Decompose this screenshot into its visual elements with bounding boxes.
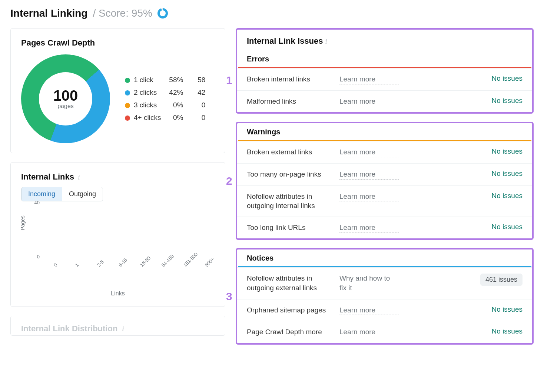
learn-more-link[interactable]: Learn more — [339, 147, 399, 157]
legend-count: 42 — [190, 86, 213, 99]
issue-name: Orphaned sitemap pages — [247, 305, 332, 315]
bar-label: 1 — [74, 262, 80, 268]
bar-label: 151-500 — [182, 251, 199, 268]
issue-name: Page Crawl Depth more — [247, 327, 332, 337]
issue-row: Orphaned sitemap pagesLearn moreNo issue… — [237, 299, 532, 321]
legend-pct: 0% — [168, 111, 190, 124]
section-title: Warnings — [237, 123, 532, 140]
section-title: Errors — [237, 50, 532, 67]
crawl-depth-donut: 100 pages — [21, 54, 110, 143]
distribution-title: Internal Link Distribution — [21, 324, 117, 333]
bar-label: 500+ — [204, 256, 215, 268]
score-ring-icon — [157, 8, 168, 19]
issue-name: Nofollow attributes in outgoing internal… — [247, 192, 332, 211]
issue-status: No issues — [406, 74, 523, 83]
tab-outgoing[interactable]: Outgoing — [62, 187, 103, 201]
legend-row: 1 click58%58 — [125, 74, 213, 86]
legend-label: 4+ clicks — [125, 111, 168, 124]
issues-section: 3NoticesNofollow attributes in outgoing … — [236, 248, 534, 345]
legend-row: 3 clicks0%0 — [125, 99, 213, 111]
x-axis-label: Links — [21, 290, 215, 297]
learn-more-link[interactable]: Learn more — [339, 327, 399, 337]
issue-row: Broken external linksLearn moreNo issues — [237, 141, 532, 163]
crawl-depth-title: Pages Crawl Depth — [21, 38, 215, 48]
internal-links-bar-chart: Pages 040 012-56-1516-5051-150151-500500… — [21, 208, 215, 275]
issue-row: Too long link URLsLearn moreNo issues — [237, 217, 532, 239]
legend-dot-icon — [125, 103, 130, 108]
section-number: 3 — [226, 290, 232, 303]
bar-label: 51-150 — [160, 253, 175, 268]
legend-label: 2 clicks — [125, 86, 168, 99]
learn-more-link[interactable]: Why and how to fix it — [339, 274, 399, 293]
y-tick: 40 — [34, 200, 40, 205]
learn-more-link[interactable]: Learn more — [339, 223, 399, 233]
legend-row: 2 clicks42%42 — [125, 86, 213, 99]
learn-more-link[interactable]: Learn more — [339, 97, 399, 107]
section-number: 2 — [226, 175, 232, 187]
learn-more-link[interactable]: Learn more — [339, 170, 399, 180]
learn-more-link[interactable]: Learn more — [339, 192, 399, 202]
page-title: Internal Linking — [10, 7, 87, 19]
crawl-depth-card: Pages Crawl Depth 100 pages 1 click58%58… — [10, 28, 225, 153]
issue-name: Too long link URLs — [247, 223, 332, 232]
info-icon[interactable]: i — [78, 174, 80, 181]
page-header: Internal Linking / Score: 95% — [10, 7, 534, 19]
legend-pct: 0% — [168, 99, 190, 111]
issue-status: No issues — [406, 223, 523, 231]
issue-status: No issues — [406, 327, 523, 335]
issue-status: No issues — [406, 97, 523, 105]
issue-name: Broken internal links — [247, 74, 332, 84]
issue-status: 461 issues — [406, 274, 523, 286]
issues-title: Internal Link Issues — [247, 36, 323, 46]
legend-label: 1 click — [125, 74, 168, 86]
issue-row: Too many on-page linksLearn moreNo issue… — [237, 163, 532, 185]
legend-count: 0 — [190, 111, 213, 124]
issues-section: 2WarningsBroken external linksLearn more… — [236, 122, 534, 240]
score-label: / Score: 95% — [93, 7, 152, 19]
issues-section: 1Internal Link IssuesiErrorsBroken inter… — [236, 28, 534, 114]
legend-label: 3 clicks — [125, 99, 168, 111]
learn-more-link[interactable]: Learn more — [339, 305, 399, 315]
legend-pct: 58% — [168, 74, 190, 86]
issue-row: Malformed linksLearn moreNo issues — [237, 90, 532, 113]
learn-more-link[interactable]: Learn more — [339, 74, 399, 84]
legend-pct: 42% — [168, 86, 190, 99]
issue-status: No issues — [406, 170, 523, 178]
issue-row: Nofollow attributes in outgoing external… — [237, 267, 532, 299]
internal-links-title: Internal Links — [21, 172, 74, 181]
bar-label: 0 — [53, 262, 59, 268]
bar-label: 6-15 — [117, 257, 128, 268]
legend-row: 4+ clicks0%0 — [125, 111, 213, 124]
issue-status: No issues — [406, 305, 523, 314]
issue-status: No issues — [406, 192, 523, 200]
donut-center-label: pages — [57, 103, 74, 110]
legend-dot-icon — [125, 90, 130, 96]
legend-count: 0 — [190, 99, 213, 111]
issue-row: Page Crawl Depth moreLearn moreNo issues — [237, 321, 532, 343]
issue-name: Malformed links — [247, 97, 332, 106]
bar-label: 2-5 — [96, 259, 105, 268]
issue-status: No issues — [406, 147, 523, 155]
donut-center-value: 100 — [53, 88, 78, 103]
issue-row: Broken internal linksLearn moreNo issues — [237, 68, 532, 90]
issue-name: Too many on-page links — [247, 170, 332, 179]
legend-dot-icon — [125, 115, 130, 121]
y-axis-label: Pages — [20, 215, 26, 230]
legend-dot-icon — [125, 78, 130, 83]
y-tick: 0 — [37, 254, 40, 259]
info-icon[interactable]: i — [122, 325, 124, 333]
issue-name: Broken external links — [247, 147, 332, 157]
info-icon[interactable]: i — [325, 38, 327, 45]
issue-name: Nofollow attributes in outgoing external… — [247, 274, 332, 292]
legend-count: 58 — [190, 74, 213, 86]
internal-links-tabs: Incoming Outgoing — [21, 187, 103, 201]
distribution-card-cut: Internal Link Distribution i — [10, 316, 225, 336]
internal-links-card: Internal Links i Incoming Outgoing Pages… — [10, 162, 225, 307]
bar-label: 16-50 — [139, 255, 152, 268]
section-number: 1 — [226, 74, 232, 87]
issue-count-badge[interactable]: 461 issues — [480, 274, 523, 286]
section-title: Notices — [237, 249, 532, 266]
issue-row: Nofollow attributes in outgoing internal… — [237, 185, 532, 217]
crawl-depth-legend: 1 click58%582 clicks42%423 clicks0%04+ c… — [125, 74, 213, 124]
tab-incoming[interactable]: Incoming — [21, 187, 62, 201]
